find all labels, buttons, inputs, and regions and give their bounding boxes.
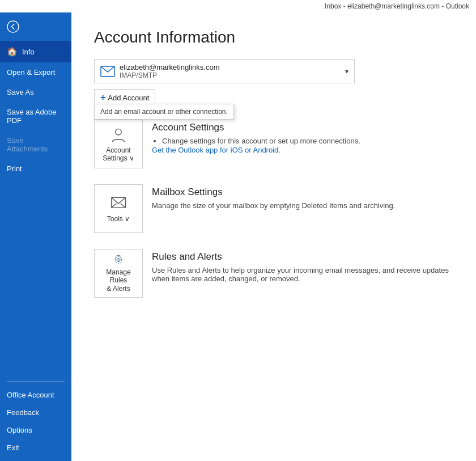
- sidebar-item-save-as[interactable]: Save As: [0, 82, 71, 102]
- sidebar-item-info-label: Info: [22, 48, 35, 56]
- add-account-label: Add Account: [108, 94, 149, 102]
- back-button[interactable]: [0, 12, 71, 41]
- dropdown-arrow-icon: ▾: [345, 67, 348, 75]
- sidebar-item-save-attachments[interactable]: Save Attachments: [0, 130, 71, 159]
- main-layout: 🏠 Info Open & Export Save As Save as Ado…: [0, 12, 476, 461]
- sidebar: 🏠 Info Open & Export Save As Save as Ado…: [0, 12, 71, 461]
- mailbox-settings-desc: Manage the size of your mailbox by empty…: [152, 201, 453, 210]
- account-settings-desc-list: Change settings for this account or set …: [162, 137, 453, 145]
- rules-alerts-tile-label: Manage Rules& Alerts: [97, 268, 140, 293]
- account-settings-icon: [109, 126, 128, 144]
- svg-point-9: [118, 261, 119, 262]
- feedback-label: Feedback: [7, 408, 39, 417]
- sidebar-item-open-export[interactable]: Open & Export: [0, 62, 71, 82]
- page-title: Account Information: [94, 28, 453, 46]
- sidebar-item-open-export-label: Open & Export: [7, 68, 55, 77]
- office-account-label: Office Account: [7, 391, 54, 399]
- content-area: Account Information elizabeth@marketingl…: [71, 12, 476, 461]
- account-settings-link[interactable]: Get the Outlook app for iOS or Android.: [152, 146, 280, 154]
- mailbox-settings-tile[interactable]: Tools ∨: [94, 184, 143, 233]
- rules-alerts-tile[interactable]: Manage Rules& Alerts: [94, 249, 143, 298]
- add-account-wrapper: + Add Account Add an email account or ot…: [94, 83, 155, 106]
- svg-line-5: [121, 204, 126, 208]
- sidebar-divider: [7, 381, 65, 382]
- account-type: IMAP/SMTP: [120, 71, 341, 79]
- sidebar-item-office-account[interactable]: Office Account: [0, 386, 71, 404]
- options-label: Options: [7, 426, 32, 434]
- account-email: elizabeth@marketinglinks.com: [120, 63, 341, 71]
- account-settings-desc: Change settings for this account or set …: [162, 137, 453, 145]
- title-bar: Inbox - elizabeth@marketinglinks.com - O…: [0, 0, 476, 12]
- account-settings-title: Account Settings: [152, 122, 453, 133]
- sidebar-bottom: Office Account Feedback Options Exit: [0, 377, 71, 461]
- sidebar-item-print-label: Print: [7, 164, 22, 173]
- plus-icon: +: [100, 92, 105, 103]
- mailbox-settings-tile-label: Tools ∨: [107, 215, 130, 223]
- account-settings-info: Account Settings Change settings for thi…: [152, 120, 453, 154]
- tools-icon: [109, 194, 128, 213]
- rules-alerts-icon: [109, 254, 128, 266]
- add-account-tooltip: Add an email account or other connection…: [94, 104, 234, 120]
- rules-alerts-info: Rules and Alerts Use Rules and Alerts to…: [152, 249, 453, 285]
- section-rules-alerts: Manage Rules& Alerts Rules and Alerts Us…: [94, 246, 453, 301]
- sections-container: AccountSettings ∨ Account Settings Chang…: [94, 116, 453, 301]
- sidebar-item-options[interactable]: Options: [0, 421, 71, 439]
- account-settings-tile[interactable]: AccountSettings ∨: [94, 120, 143, 168]
- sidebar-item-save-as-pdf-label: Save as Adobe PDF: [7, 108, 65, 125]
- account-settings-tile-label: AccountSettings ∨: [103, 146, 134, 163]
- rules-alerts-title: Rules and Alerts: [152, 251, 453, 263]
- sidebar-item-feedback[interactable]: Feedback: [0, 404, 71, 421]
- exit-label: Exit: [7, 443, 19, 452]
- svg-point-2: [116, 129, 122, 135]
- sidebar-item-exit[interactable]: Exit: [0, 439, 71, 456]
- home-icon: 🏠: [7, 46, 18, 57]
- sidebar-item-info[interactable]: 🏠 Info: [0, 41, 71, 62]
- back-icon: [7, 20, 19, 33]
- account-selector-text: elizabeth@marketinglinks.com IMAP/SMTP: [120, 63, 341, 79]
- mailbox-settings-info: Mailbox Settings Manage the size of your…: [152, 184, 453, 212]
- account-email-icon: [100, 66, 115, 77]
- svg-point-0: [7, 21, 19, 32]
- rules-alerts-desc: Use Rules and Alerts to help organize yo…: [152, 266, 453, 283]
- svg-line-4: [112, 204, 117, 208]
- sidebar-item-save-attachments-label: Save Attachments: [7, 136, 65, 153]
- sidebar-item-print[interactable]: Print: [0, 159, 71, 179]
- mailbox-settings-title: Mailbox Settings: [152, 187, 453, 198]
- section-mailbox-settings: Tools ∨ Mailbox Settings Manage the size…: [94, 181, 453, 236]
- account-selector[interactable]: elizabeth@marketinglinks.com IMAP/SMTP ▾: [94, 59, 355, 83]
- sidebar-item-save-as-label: Save As: [7, 88, 34, 96]
- title-bar-text: Inbox - elizabeth@marketinglinks.com - O…: [325, 2, 469, 10]
- section-account-settings: AccountSettings ∨ Account Settings Chang…: [94, 116, 453, 172]
- sidebar-item-save-as-pdf[interactable]: Save as Adobe PDF: [0, 102, 71, 130]
